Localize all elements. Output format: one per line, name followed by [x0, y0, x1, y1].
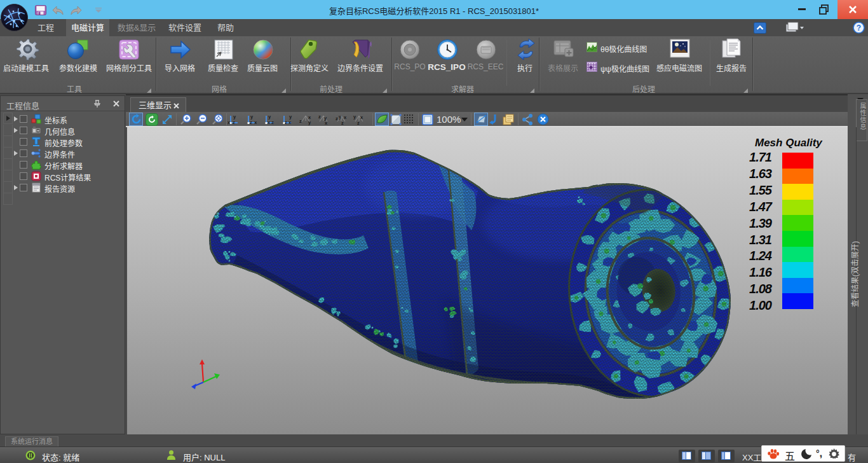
- svg-text:?: ?: [857, 24, 861, 32]
- svg-text:y: y: [353, 114, 356, 120]
- svg-text:y: y: [250, 114, 254, 120]
- svg-text:x: x: [360, 114, 363, 120]
- svg-text:y: y: [308, 120, 311, 125]
- svg-text:y: y: [268, 114, 271, 120]
- svg-text:x: x: [344, 114, 347, 120]
- svg-text:x: x: [288, 120, 292, 125]
- svg-text:y: y: [289, 114, 292, 120]
- svg-text:z: z: [336, 116, 338, 121]
- svg-text:z: z: [299, 118, 302, 124]
- svg-text:x: x: [254, 120, 257, 125]
- svg-text:z: z: [341, 120, 344, 125]
- svg-text:y: y: [233, 114, 236, 120]
- svg-text:x: x: [325, 120, 328, 125]
- svg-text:z: z: [233, 120, 235, 125]
- svg-text:z: z: [271, 120, 274, 125]
- svg-text:z: z: [318, 114, 321, 120]
- svg-text:z: z: [250, 120, 252, 125]
- svg-text:z: z: [285, 120, 287, 125]
- svg-text:z: z: [357, 120, 360, 125]
